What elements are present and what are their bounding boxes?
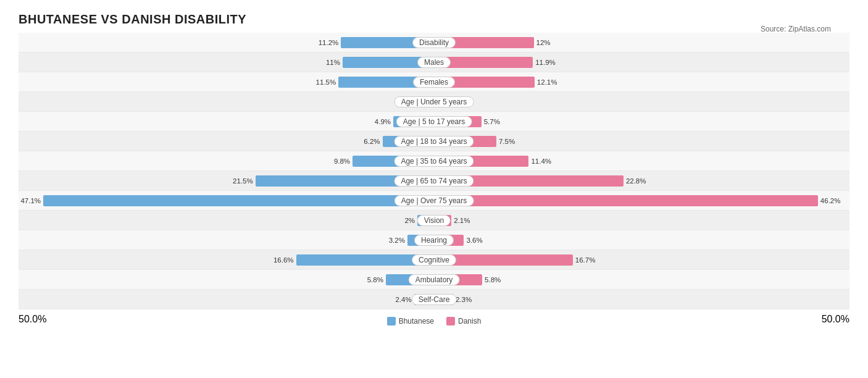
right-section: 16.7% — [434, 250, 849, 269]
center-label: Age | Over 75 years — [394, 195, 474, 206]
right-value: 2.3% — [456, 296, 478, 303]
right-value: 7.5% — [499, 138, 521, 145]
left-value: 11.2% — [316, 39, 338, 46]
left-section: 11% — [19, 52, 434, 72]
footer-right-label: 50.0% — [822, 314, 849, 325]
left-section: 11.5% — [19, 72, 434, 91]
bar-pink — [434, 195, 818, 206]
chart-title: BHUTANESE VS DANISH DISABILITY — [19, 12, 849, 27]
right-value: 5.7% — [484, 118, 506, 125]
bar-container: 11.2% Disability 12% — [19, 33, 849, 52]
legend-item-danish: Danish — [446, 317, 481, 326]
center-label: Age | 18 to 34 years — [394, 136, 474, 147]
left-section: 2.4% — [19, 290, 434, 309]
legend: Bhutanese Danish — [387, 317, 482, 326]
right-section: 5.8% — [434, 270, 849, 289]
center-label: Females — [413, 77, 455, 88]
right-section: 12% — [434, 33, 849, 52]
left-value: 6.2% — [358, 138, 380, 145]
bar-container: 4.9% Age | 5 to 17 years 5.7% — [19, 112, 849, 131]
left-value: 9.8% — [328, 158, 350, 165]
bar-row: 9.8% Age | 35 to 64 years 11.4% — [19, 151, 849, 171]
left-section: 47.1% — [19, 191, 434, 210]
center-label: Age | Under 5 years — [394, 96, 474, 107]
bar-container: 16.6% Cognitive 16.7% — [19, 250, 849, 269]
left-value: 11% — [318, 59, 340, 66]
legend-item-bhutanese: Bhutanese — [387, 317, 434, 326]
left-value: 3.2% — [383, 237, 405, 244]
right-section: 5.7% — [434, 112, 849, 131]
right-value: 3.6% — [466, 237, 488, 244]
left-section: 3.2% — [19, 230, 434, 250]
center-label: Age | 35 to 64 years — [394, 156, 474, 167]
right-section: 7.5% — [434, 132, 849, 151]
center-label: Disability — [412, 37, 456, 48]
bar-container: 11.5% Females 12.1% — [19, 72, 849, 91]
chart-area: 11.2% Disability 12% 11% Males 11.9% 1 — [19, 33, 849, 309]
left-value: 11.5% — [314, 78, 336, 86]
left-section: 2% — [19, 211, 434, 230]
left-section: 21.5% — [19, 171, 434, 190]
left-section: 1.2% — [19, 92, 434, 111]
left-value: 47.1% — [19, 197, 41, 204]
left-value: 21.5% — [231, 177, 253, 185]
bar-row: 11.2% Disability 12% — [19, 33, 849, 52]
right-value: 12% — [536, 39, 559, 46]
source-label: Source: ZipAtlas.com — [761, 25, 831, 33]
center-label: Cognitive — [412, 254, 456, 266]
bar-container: 9.8% Age | 35 to 64 years 11.4% — [19, 151, 849, 170]
center-label: Age | 65 to 74 years — [394, 175, 474, 187]
center-label: Self-Care — [412, 294, 457, 305]
bar-container: 11% Males 11.9% — [19, 52, 849, 72]
bar-blue — [43, 195, 434, 206]
right-value: 11.4% — [531, 158, 553, 165]
left-value: 4.9% — [369, 118, 391, 125]
center-label: Vision — [417, 215, 451, 226]
bar-row: 2.4% Self-Care 2.3% — [19, 290, 849, 309]
legend-label-danish: Danish — [458, 317, 481, 326]
right-value: 2.1% — [454, 217, 476, 224]
right-section: 46.2% — [434, 191, 849, 210]
left-value: 2.4% — [390, 296, 412, 303]
right-value: 22.8% — [626, 177, 648, 185]
left-section: 4.9% — [19, 112, 434, 131]
legend-label-bhutanese: Bhutanese — [399, 317, 434, 326]
bar-row: 21.5% Age | 65 to 74 years 22.8% — [19, 171, 849, 191]
bar-container: 3.2% Hearing 3.6% — [19, 230, 849, 250]
bar-row: 2% Vision 2.1% — [19, 211, 849, 230]
right-section: 11.4% — [434, 151, 849, 170]
center-label: Age | 5 to 17 years — [396, 116, 472, 127]
right-section: 3.6% — [434, 230, 849, 250]
right-section: 11.9% — [434, 52, 849, 72]
right-section: 12.1% — [434, 72, 849, 91]
right-value: 5.8% — [485, 276, 507, 284]
bar-row: 3.2% Hearing 3.6% — [19, 230, 849, 250]
right-section: 2.3% — [434, 290, 849, 309]
left-section: 11.2% — [19, 33, 434, 52]
chart-footer: 50.0% Bhutanese Danish 50.0% — [19, 313, 849, 326]
center-label: Ambulatory — [409, 274, 460, 285]
center-label: Males — [417, 57, 451, 68]
bar-row: 11% Males 11.9% — [19, 52, 849, 72]
right-value: 11.9% — [535, 59, 557, 66]
center-label: Hearing — [414, 235, 454, 246]
bar-container: 2% Vision 2.1% — [19, 211, 849, 230]
bar-container: 47.1% Age | Over 75 years 46.2% — [19, 191, 849, 210]
right-section: 1.5% — [434, 92, 849, 111]
legend-box-blue — [387, 317, 396, 326]
bar-container: 21.5% Age | 65 to 74 years 22.8% — [19, 171, 849, 190]
left-value: 5.8% — [361, 276, 383, 284]
left-section: 9.8% — [19, 151, 434, 170]
bar-row: 16.6% Cognitive 16.7% — [19, 250, 849, 270]
bar-container: 5.8% Ambulatory 5.8% — [19, 270, 849, 289]
left-value: 2% — [393, 217, 415, 224]
left-section: 6.2% — [19, 132, 434, 151]
bar-container: 6.2% Age | 18 to 34 years 7.5% — [19, 132, 849, 151]
right-value: 12.1% — [537, 78, 559, 86]
bar-row: 4.9% Age | 5 to 17 years 5.7% — [19, 112, 849, 132]
bar-container: 1.2% Age | Under 5 years 1.5% — [19, 92, 849, 111]
legend-box-pink — [446, 317, 455, 326]
left-section: 5.8% — [19, 270, 434, 289]
left-value: 16.6% — [272, 256, 294, 264]
right-section: 22.8% — [434, 171, 849, 190]
